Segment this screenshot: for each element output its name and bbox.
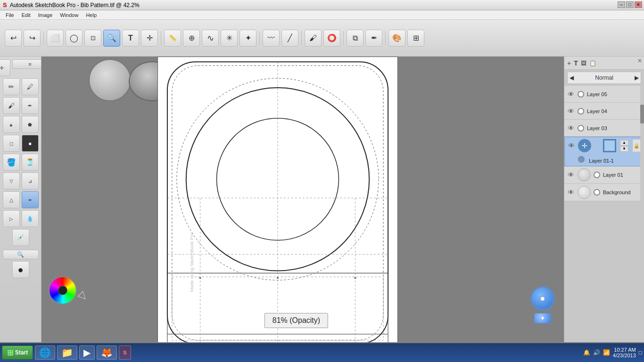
menubar: File Edit Image Window Help (0, 10, 644, 20)
align-button[interactable]: ≡ (12, 59, 42, 69)
crop-button[interactable]: ⊡ (84, 30, 101, 47)
layer011-lock-btn[interactable]: 🔒 (632, 139, 641, 152)
menu-edit[interactable]: Edit (18, 12, 34, 18)
layer011-down-btn[interactable]: ▼ (620, 146, 628, 152)
layer-item-layer01[interactable]: 👁 Layer 01 (564, 166, 644, 184)
pencil-button[interactable]: ✏ (3, 78, 20, 95)
pen-button[interactable]: ✒ (365, 30, 382, 47)
blue-nav-main[interactable]: ● (531, 287, 554, 310)
gradient-bucket-button[interactable]: 🫙 (22, 154, 39, 171)
layers-scrollbar[interactable] (640, 86, 644, 342)
layer-item-background[interactable]: 👁 Background (564, 184, 644, 201)
select-lasso-button[interactable]: ◯ (66, 30, 83, 47)
blend-button[interactable]: ⊿ (22, 173, 39, 189)
stamp-button[interactable]: ▽ (3, 173, 20, 189)
mode-next-button[interactable]: ▶ (635, 74, 639, 81)
layers-add-button[interactable]: + (567, 59, 571, 67)
layer03-radio[interactable] (578, 125, 584, 132)
background-visibility[interactable]: 👁 (567, 189, 575, 196)
close-button[interactable]: ✕ (635, 1, 642, 8)
layer011-radio[interactable] (578, 156, 585, 163)
airbrush-button[interactable]: ⬟ (22, 116, 39, 133)
zoom-button[interactable]: 🔍 (103, 30, 120, 47)
taskbar-media[interactable]: ▶ (79, 346, 95, 360)
menu-window[interactable]: Window (56, 12, 82, 18)
distort-button[interactable]: ✳ (221, 30, 238, 47)
dot-button[interactable]: ● (12, 261, 29, 278)
blur-button[interactable]: 💧 (22, 210, 39, 227)
fill-black-button[interactable]: ■ (22, 135, 39, 152)
toolbar-separator-2 (161, 31, 161, 45)
ruler-button[interactable]: 📏 (164, 30, 181, 47)
layer011-move-icon[interactable]: ✛ (578, 139, 591, 152)
menu-file[interactable]: File (2, 12, 18, 18)
start-icon: ⊞ (7, 348, 13, 357)
layer05-radio[interactable] (578, 91, 584, 98)
layers-scroll-thumb[interactable] (640, 105, 644, 123)
start-button[interactable]: ⊞ Start (2, 346, 33, 360)
layer01-radio[interactable] (594, 172, 600, 178)
layer04-radio[interactable] (578, 108, 584, 115)
taskbar-explorer[interactable]: 📁 (57, 346, 77, 360)
canvas-area[interactable]: Made using SketchBook Pro 81% (Opacity) … (41, 57, 564, 342)
layer-item-layer04[interactable]: 👁 Layer 04 (564, 103, 644, 120)
maximize-button[interactable]: □ (626, 1, 634, 8)
brush-soft-button[interactable]: 🖌 (3, 97, 20, 114)
show-desktop-icon[interactable]: □ (639, 349, 642, 356)
select-rect-button[interactable]: ⬜ (47, 30, 64, 47)
layer03-visibility[interactable]: 👁 (567, 124, 575, 132)
layers-header: + T 🖼 📋 (564, 57, 644, 70)
eyedropper-button[interactable]: 💉 (12, 229, 29, 246)
time-display: 10:27 AM 4/23/2013 (613, 347, 636, 358)
layer-item-layer011[interactable]: 👁 ✛ ▲ ▼ 🔒 Layer 01-1 (564, 137, 644, 166)
active-pen-button[interactable]: ✒ (22, 191, 39, 208)
symmetry-button[interactable]: ⊕ (183, 30, 200, 47)
search-tool-button[interactable]: 🔍 (3, 250, 39, 259)
layers-text-button[interactable]: T (574, 59, 578, 67)
taskbar-ie[interactable]: 🌐 (35, 346, 55, 360)
background-radio[interactable] (594, 189, 600, 196)
layer011-visibility[interactable]: 👁 (568, 142, 575, 149)
brush-hard-button[interactable]: ▲ (3, 116, 20, 133)
ellipse-button[interactable]: ⭕ (323, 30, 340, 47)
ie-icon: 🌐 (39, 347, 51, 358)
layers-close-button[interactable]: ✕ (637, 58, 642, 64)
menu-image[interactable]: Image (34, 12, 57, 18)
fill-bucket-button[interactable]: 🪣 (3, 154, 20, 171)
pen-tool-button[interactable]: △ (3, 191, 20, 208)
eraser-button[interactable]: ◻ (3, 135, 20, 152)
svg-text:Made using SketchBook Pro: Made using SketchBook Pro (189, 232, 194, 292)
layers-ref-button[interactable]: 📋 (589, 60, 596, 66)
undo-button[interactable]: ↩ (5, 30, 22, 47)
layer04-visibility[interactable]: 👁 (567, 107, 575, 115)
menu-help[interactable]: Help (82, 12, 100, 18)
warp-button[interactable]: ✦ (239, 30, 256, 47)
color-wheel-button[interactable]: 🎨 (388, 30, 405, 47)
layers-copy-button[interactable]: ⧉ (347, 30, 363, 47)
smudge-button[interactable]: ▷ (3, 210, 20, 227)
curve-button[interactable]: ∿ (202, 30, 219, 47)
brush-button[interactable]: 🖌 (305, 30, 322, 47)
blue-nav-down[interactable]: ▼ (534, 313, 551, 323)
taskbar-firefox[interactable]: 🦊 (97, 346, 117, 360)
layer011-up-btn[interactable]: ▲ (620, 140, 628, 146)
wavy-button[interactable]: 〰 (263, 30, 280, 47)
layers-image-button[interactable]: 🖼 (581, 60, 586, 66)
minimize-button[interactable]: ─ (618, 1, 625, 8)
toolbar-separator-1 (43, 31, 44, 45)
layer05-visibility[interactable]: 👁 (567, 90, 575, 98)
layer-item-layer03[interactable]: 👁 Layer 03 (564, 120, 644, 137)
text-button[interactable]: T (122, 30, 139, 47)
calligraphy-button[interactable]: ✒ (22, 97, 39, 114)
layer-item-layer05[interactable]: 👁 Layer 05 (564, 86, 644, 103)
mode-prev-button[interactable]: ◀ (570, 74, 574, 81)
taskbar-sketchbook[interactable]: S (119, 346, 131, 360)
redo-button[interactable]: ↪ (24, 30, 41, 47)
marker-button[interactable]: 🖊 (22, 78, 39, 95)
transform-button[interactable]: ✛ (0, 59, 10, 76)
brushes-grid-button[interactable]: ⊞ (407, 30, 424, 47)
line-button[interactable]: ╱ (281, 30, 298, 47)
titlebar: S Autodesk SketchBook Pro - Bib Pattern.… (0, 0, 644, 10)
layer01-visibility[interactable]: 👁 (567, 171, 575, 179)
move-button[interactable]: ✛ (141, 30, 158, 47)
